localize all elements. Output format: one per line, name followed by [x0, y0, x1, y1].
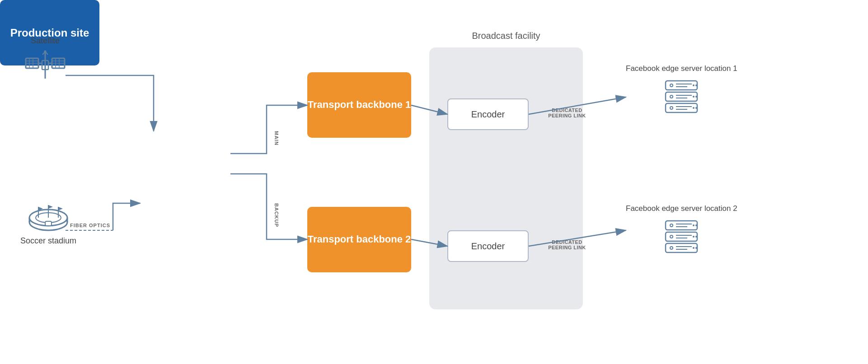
svg-point-54	[695, 224, 697, 226]
transport-backbone-2-box: Transport backbone 2	[307, 207, 411, 272]
encoder-1-box: Encoder	[447, 98, 529, 130]
encoder-2-box: Encoder	[447, 230, 529, 262]
server-location-1-label: Facebook edge server location 1	[626, 63, 737, 74]
diagram-container: Broadcast facility Satellite	[0, 0, 868, 364]
svg-point-47	[693, 107, 694, 109]
svg-point-50	[670, 224, 673, 227]
svg-point-60	[695, 236, 697, 238]
server-location-1: Facebook edge server location 1	[626, 63, 737, 115]
svg-point-44	[670, 107, 673, 109]
server-location-2: Facebook edge server location 2	[626, 203, 737, 255]
satellite-icon	[25, 49, 66, 81]
svg-point-38	[670, 95, 673, 98]
svg-point-65	[693, 247, 694, 249]
svg-rect-24	[45, 221, 52, 226]
server-icon-2	[661, 219, 702, 255]
svg-point-66	[695, 247, 697, 249]
broadcast-facility-label: Broadcast facility	[429, 31, 583, 41]
svg-point-35	[693, 84, 694, 86]
broadcast-facility-bg	[429, 47, 583, 309]
satellite-node: Satellite	[25, 36, 66, 81]
svg-text:BACKUP: BACKUP	[274, 203, 279, 227]
svg-point-59	[693, 236, 694, 238]
satellite-label: Satellite	[31, 36, 60, 46]
svg-marker-28	[48, 205, 53, 209]
svg-point-48	[695, 107, 697, 109]
svg-point-10	[44, 51, 47, 53]
transport-backbone-1-box: Transport backbone 1	[307, 72, 411, 138]
stadium-icon	[27, 199, 70, 233]
server-location-2-label: Facebook edge server location 2	[626, 203, 737, 214]
peering-link-label-1: DEDICATEDPEERING LINK	[538, 107, 596, 118]
svg-marker-30	[58, 207, 63, 210]
svg-text:MAIN: MAIN	[274, 131, 279, 145]
svg-point-42	[695, 96, 697, 98]
svg-point-62	[670, 247, 673, 249]
svg-point-36	[695, 84, 697, 86]
stadium-node: Soccer stadium	[20, 199, 76, 246]
svg-point-56	[670, 235, 673, 238]
server-icon-1	[661, 79, 702, 115]
stadium-label: Soccer stadium	[20, 236, 76, 246]
svg-point-32	[670, 84, 673, 87]
svg-point-53	[693, 224, 694, 226]
svg-point-41	[693, 96, 694, 98]
peering-link-label-2: DEDICATEDPEERING LINK	[538, 239, 596, 250]
